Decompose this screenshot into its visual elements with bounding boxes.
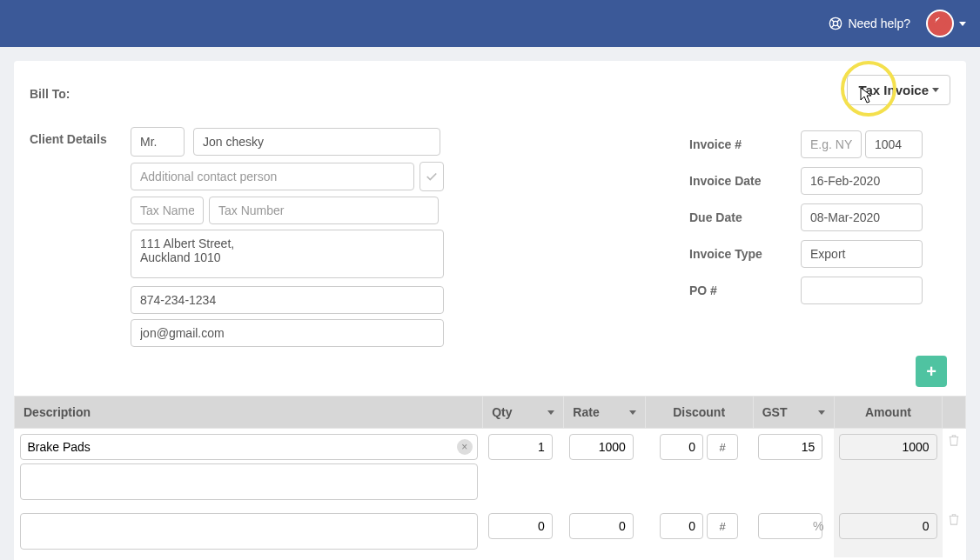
invoice-date-label: Invoice Date <box>689 174 801 188</box>
chevron-down-icon <box>547 410 554 415</box>
user-menu[interactable] <box>926 10 966 37</box>
col-amount: Amount <box>834 397 942 429</box>
need-help-link[interactable]: Need help? <box>829 17 910 30</box>
line-discount-input[interactable] <box>660 434 703 460</box>
po-number-label: PO # <box>689 283 801 297</box>
col-discount: Discount <box>645 397 753 429</box>
col-gst[interactable]: GST <box>753 397 834 429</box>
life-ring-icon <box>829 17 842 30</box>
invoice-prefix-input[interactable] <box>801 130 862 158</box>
line-rate-input[interactable] <box>569 434 634 460</box>
invoice-type-select[interactable]: Export <box>801 240 923 268</box>
invoice-date-input[interactable] <box>801 167 923 195</box>
line-discount-type-select[interactable]: # <box>707 434 738 460</box>
line-qty-input[interactable] <box>488 434 553 460</box>
line-amount-display <box>839 434 936 460</box>
line-gst-input[interactable] <box>758 434 822 460</box>
line-description-input[interactable] <box>20 513 478 550</box>
table-row: ×# <box>15 429 966 509</box>
client-title-select[interactable]: Mr. <box>131 127 185 157</box>
invoice-type-label: Invoice Type <box>689 247 801 261</box>
line-discount-input[interactable] <box>660 513 703 539</box>
confirm-contact-button[interactable] <box>420 162 444 191</box>
chevron-down-icon <box>959 22 966 26</box>
invoice-meta-panel: Invoice # Invoice Date Due Date Invoice … <box>689 130 950 313</box>
line-qty-input[interactable] <box>488 513 553 539</box>
line-rate-input[interactable] <box>569 513 634 539</box>
chevron-down-icon <box>818 410 825 415</box>
col-qty[interactable]: Qty <box>483 397 564 429</box>
line-items-table: Description Qty Rate Discount GST Amount… <box>14 396 966 557</box>
invoice-number-label: Invoice # <box>689 137 801 151</box>
trash-icon[interactable] <box>948 434 960 446</box>
tax-number-input[interactable] <box>209 197 439 224</box>
percent-label: % <box>813 519 823 533</box>
check-icon <box>426 170 438 183</box>
table-row: #% <box>15 508 966 557</box>
po-number-input[interactable] <box>801 277 923 304</box>
top-bar: Need help? <box>0 0 980 47</box>
plus-icon: + <box>926 362 936 382</box>
invoice-number-input[interactable] <box>865 130 923 158</box>
col-rate[interactable]: Rate <box>564 397 645 429</box>
clear-description-button[interactable]: × <box>457 439 473 455</box>
svg-point-1 <box>834 21 838 25</box>
client-details-label: Client Details <box>30 127 131 146</box>
client-email-input[interactable] <box>131 319 444 347</box>
col-description: Description <box>15 397 483 429</box>
due-date-label: Due Date <box>689 210 801 224</box>
client-name-input[interactable] <box>193 128 440 156</box>
line-notes-input[interactable] <box>20 463 478 500</box>
tax-name-input[interactable] <box>131 197 204 224</box>
bill-to-label: Bill To: <box>30 82 131 101</box>
chevron-down-icon <box>629 410 636 415</box>
line-discount-type-select[interactable]: # <box>707 513 738 539</box>
due-date-input[interactable] <box>801 203 923 231</box>
client-phone-input[interactable] <box>131 286 444 314</box>
additional-contact-input[interactable] <box>131 163 414 190</box>
client-address-input[interactable] <box>131 230 444 278</box>
col-actions <box>943 397 966 429</box>
avatar-icon <box>926 10 954 37</box>
add-line-button[interactable]: + <box>916 356 947 387</box>
trash-icon[interactable] <box>948 513 960 525</box>
line-amount-display <box>839 513 936 539</box>
line-description-input[interactable] <box>20 434 478 460</box>
invoice-panel: Tax Invoice Bill To: Client Details Mr. <box>14 61 966 560</box>
need-help-label: Need help? <box>848 17 910 30</box>
